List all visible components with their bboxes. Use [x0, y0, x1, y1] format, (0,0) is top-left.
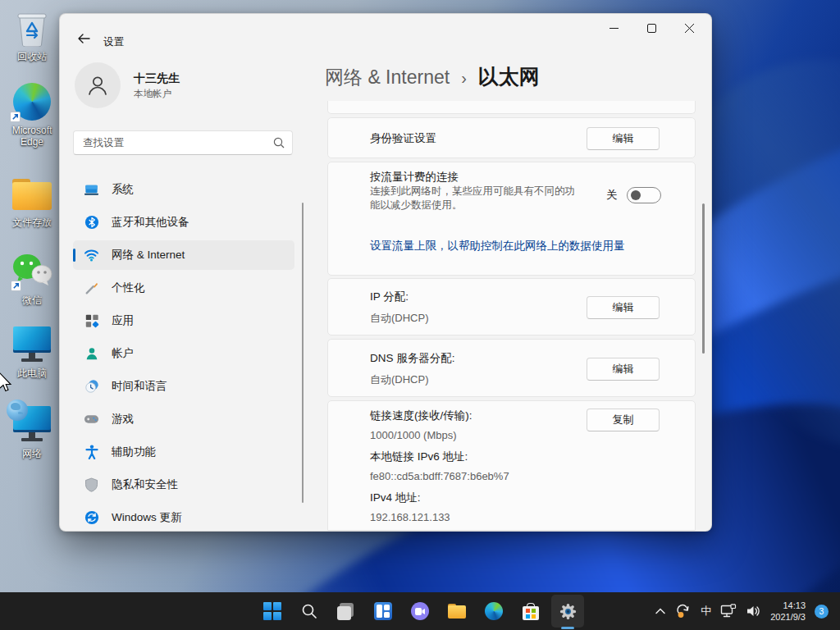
ime-indicator[interactable]: 中	[701, 604, 711, 619]
taskbar-search-button[interactable]	[293, 595, 326, 628]
page-title: 以太网	[478, 63, 540, 90]
sidebar-item-time-language[interactable]: 时间和语言	[73, 372, 294, 401]
content-scrollbar[interactable]	[702, 203, 705, 354]
back-button[interactable]	[70, 26, 98, 51]
toggle-knob	[631, 190, 641, 200]
desktop-icon-network[interactable]: 网络	[2, 404, 62, 459]
tray-clock[interactable]: 14:13 2021/9/3	[770, 600, 806, 623]
widgets-button[interactable]	[367, 595, 399, 628]
ip-label: IP 分配:	[370, 290, 409, 304]
ip-edit-button[interactable]: 编辑	[587, 296, 660, 319]
sidebar-item-personalization[interactable]: 个性化	[73, 273, 294, 303]
desktop-icon-edge[interactable]: Microsoft Edge	[2, 80, 62, 148]
desktop-icon-label: 回收站	[2, 51, 62, 62]
gaming-icon	[84, 412, 99, 427]
desktop-icon-label: 微信	[2, 294, 62, 306]
sidebar-item-gaming[interactable]: 游戏	[73, 404, 294, 434]
maximize-icon	[647, 24, 656, 33]
metered-description: 连接到此网络时，某些应用可能具有不同的功能以减少数据使用。	[370, 185, 585, 212]
wifi-icon	[84, 248, 99, 263]
sidebar-item-bluetooth[interactable]: 蓝牙和其他设备	[73, 208, 294, 237]
ipv6-label: 本地链接 IPv6 地址:	[370, 450, 468, 464]
shortcut-arrow-icon	[11, 281, 21, 291]
settings-gear-icon	[559, 602, 578, 621]
metered-title: 按流量计费的连接	[370, 170, 459, 185]
dns-value: 自动(DHCP)	[370, 372, 429, 387]
sidebar-item-label: 应用	[112, 313, 134, 328]
card-metered-connection: 按流量计费的连接 连接到此网络时，某些应用可能具有不同的功能以减少数据使用。 关…	[327, 162, 696, 276]
sidebar-item-network-internet[interactable]: 网络 & Internet	[73, 240, 294, 270]
avatar[interactable]	[75, 62, 121, 108]
desktop-icon-label: Microsoft Edge	[2, 125, 62, 148]
copy-button[interactable]: 复制	[587, 409, 660, 431]
desktop-icon-recycle-bin[interactable]: 回收站	[2, 8, 62, 62]
file-explorer-button[interactable]	[441, 595, 473, 628]
settings-button[interactable]	[551, 595, 584, 628]
accounts-icon	[84, 346, 99, 362]
sidebar-item-label: 时间和语言	[112, 379, 167, 394]
sidebar-nav: 系统 蓝牙和其他设备 网络 & Internet 个性化	[73, 175, 294, 532]
link-speed-value: 1000/1000 (Mbps)	[370, 429, 457, 441]
desktop: 回收站 Microsoft Edge 文件存放	[0, 0, 840, 630]
sidebar-item-label: 辅助功能	[112, 445, 156, 459]
ipv4-label: IPv4 地址:	[370, 491, 421, 505]
dns-edit-button[interactable]: 编辑	[587, 358, 660, 381]
user-account-type: 本地帐户	[134, 88, 171, 100]
settings-window: 设置 十三先生 本地帐户	[59, 13, 712, 532]
desktop-icon-wechat[interactable]: 微信	[2, 249, 62, 306]
sidebar-item-accessibility[interactable]: 辅助功能	[73, 437, 294, 467]
sidebar-item-windows-update[interactable]: Windows 更新	[73, 503, 294, 532]
sidebar-scrollbar[interactable]	[302, 203, 304, 503]
notification-badge[interactable]: 3	[815, 605, 829, 619]
close-button[interactable]	[670, 14, 708, 42]
dns-label: DNS 服务器分配:	[370, 351, 455, 366]
update-pending-icon[interactable]	[675, 603, 692, 619]
widgets-icon	[374, 602, 392, 620]
desktop-icon-label: 文件存放	[2, 217, 62, 228]
card-ip-assignment: IP 分配: 自动(DHCP) 编辑	[327, 278, 696, 336]
start-button[interactable]	[256, 595, 289, 628]
data-limit-link[interactable]: 设置流量上限，以帮助控制在此网络上的数据使用量	[370, 239, 625, 253]
mouse-cursor	[0, 372, 14, 393]
task-view-button[interactable]	[330, 595, 363, 628]
card-authentication: 身份验证设置 编辑	[327, 117, 696, 158]
breadcrumb-separator-icon: ›	[461, 69, 467, 88]
sidebar-item-label: Windows 更新	[112, 510, 182, 525]
metered-toggle[interactable]	[627, 187, 661, 203]
search-input[interactable]	[74, 131, 262, 154]
card-dns-assignment: DNS 服务器分配: 自动(DHCP) 编辑	[327, 339, 696, 397]
ip-value: 自动(DHCP)	[370, 311, 429, 326]
edge-button[interactable]	[477, 595, 510, 628]
sidebar-item-accounts[interactable]: 帐户	[73, 339, 294, 368]
task-view-icon	[330, 595, 363, 628]
ipv4-value: 192.168.121.133	[370, 511, 450, 523]
sidebar-item-system[interactable]: 系统	[73, 175, 294, 204]
system-icon	[84, 182, 99, 198]
tray-network-icon[interactable]	[720, 604, 737, 619]
desktop-icon-folder[interactable]: 文件存放	[2, 174, 62, 228]
taskbar: 中 14:13 2021/9/3 3	[0, 592, 840, 630]
sidebar-item-label: 隐私和安全性	[112, 477, 178, 492]
back-arrow-icon	[77, 33, 90, 44]
breadcrumb-parent[interactable]: 网络 & Internet	[325, 65, 450, 90]
minimize-button[interactable]	[595, 14, 632, 42]
personalization-icon	[84, 281, 99, 296]
maximize-button[interactable]	[632, 14, 670, 42]
tray-chevron-up-icon[interactable]	[655, 607, 666, 615]
chat-button[interactable]	[404, 595, 436, 628]
auth-settings-label: 身份验证设置	[370, 131, 436, 146]
wechat-icon	[2, 249, 62, 293]
sidebar-item-label: 蓝牙和其他设备	[112, 215, 189, 230]
tray-volume-icon[interactable]	[746, 604, 761, 619]
apps-icon	[84, 313, 99, 329]
sidebar-item-label: 个性化	[112, 281, 145, 295]
this-pc-icon	[2, 325, 62, 366]
network-icon	[2, 404, 62, 446]
store-button[interactable]	[514, 595, 547, 628]
sidebar-item-apps[interactable]: 应用	[73, 306, 294, 336]
search-box[interactable]	[73, 130, 293, 155]
auth-edit-button[interactable]: 编辑	[587, 127, 660, 150]
sidebar-item-privacy[interactable]: 隐私和安全性	[73, 470, 294, 500]
ipv6-value: fe80::cd5a:bdff:7687:b6eb%7	[370, 470, 509, 482]
sidebar-item-label: 网络 & Internet	[112, 248, 185, 262]
